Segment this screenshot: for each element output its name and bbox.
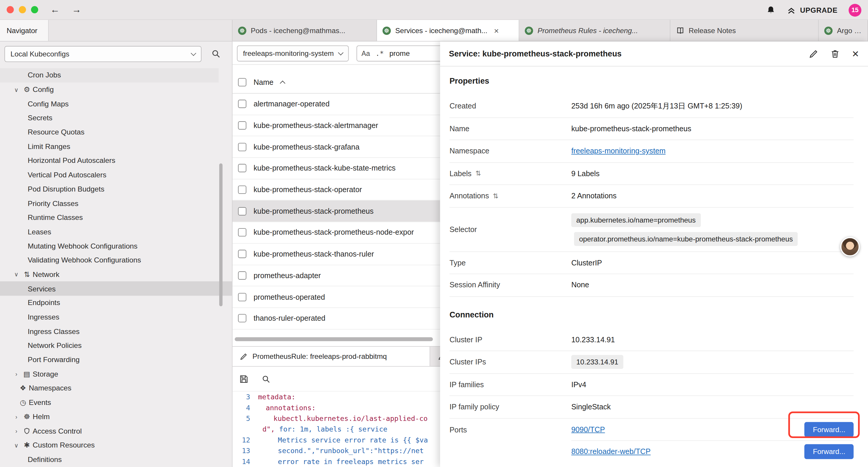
sidebar-item-access-control[interactable]: ›Access Control (0, 424, 232, 438)
editor-tab-prometheusrule[interactable]: PrometheusRule: freeleaps-prod-rabbitmq (232, 347, 430, 366)
table-row[interactable]: prometheus-adapter (232, 265, 440, 286)
kubeconfig-selector[interactable]: Local Kubeconfigs (4, 46, 202, 62)
sidebar-item-resource-quotas[interactable]: Resource Quotas (0, 125, 232, 139)
sidebar-item-endpoints[interactable]: Endpoints (0, 296, 232, 310)
column-header-name[interactable]: Name (253, 78, 273, 86)
sidebar-scrollbar[interactable] (219, 164, 222, 306)
row-checkbox[interactable] (238, 207, 246, 215)
tab-release-notes[interactable]: Release Notes (670, 20, 819, 41)
close-drawer-icon[interactable]: ✕ (852, 49, 859, 59)
sidebar-item-services[interactable]: Services (0, 282, 232, 296)
line-number: 14 (232, 457, 258, 466)
row-checkbox[interactable] (238, 229, 246, 237)
sidebar-item-validating-webhook-configurations[interactable]: Validating Webhook Configurations (0, 253, 232, 267)
row-checkbox[interactable] (238, 250, 246, 258)
table-row[interactable]: kube-prometheus-stack-operator (232, 179, 440, 201)
sidebar-item-vertical-pod-autoscalers[interactable]: Vertical Pod Autoscalers (0, 168, 232, 182)
row-checkbox[interactable] (238, 293, 246, 301)
sidebar-item-mutating-webhook-configurations[interactable]: Mutating Webhook Configurations (0, 239, 232, 253)
property-row-namespace: Namespace freeleaps-monitoring-system (450, 140, 854, 163)
minimize-window-button[interactable] (19, 6, 26, 13)
chevron-down-icon[interactable]: ∨ (11, 442, 21, 448)
yaml-editor[interactable]: 3metadata: 4annotations: 5kubectl.kubern… (232, 391, 440, 467)
sidebar-item-port-forwarding[interactable]: Port Forwarding (0, 353, 232, 367)
sidebar-item-namespaces[interactable]: ❖Namespaces (0, 381, 232, 395)
chevron-down-icon[interactable]: ∨ (11, 86, 21, 92)
sidebar-item-events[interactable]: ◷Events (0, 395, 232, 409)
tab-prometheus-rules[interactable]: ☸ Prometheus Rules - icecheng... (519, 20, 671, 41)
tab-pods[interactable]: ☸ Pods - icecheng@mathmas... (232, 20, 377, 41)
sidebar-item-pod-disruption-budgets[interactable]: Pod Disruption Budgets (0, 182, 232, 196)
table-row[interactable]: kube-prometheus-stack-kube-state-metrics (232, 158, 440, 179)
sidebar-item-config[interactable]: ∨⚙Config (0, 83, 232, 97)
search-icon[interactable] (212, 49, 220, 58)
notification-count-badge[interactable]: 15 (848, 4, 861, 16)
row-checkbox[interactable] (238, 164, 246, 172)
horizontal-scrollbar[interactable] (235, 337, 433, 341)
chevron-right-icon[interactable]: › (11, 413, 21, 420)
chevron-right-icon[interactable]: › (11, 428, 21, 434)
sidebar-item-priority-classes[interactable]: Priority Classes (0, 196, 232, 210)
user-avatar[interactable] (840, 237, 860, 257)
regex-toggle[interactable]: .* (375, 49, 384, 58)
resource-tree: Cron Jobs ∨⚙Config Config Maps Secrets R… (0, 68, 232, 467)
sidebar-item-config-maps[interactable]: Config Maps (0, 97, 232, 111)
table-row[interactable]: thanos-ruler-operated (232, 308, 440, 329)
sidebar-item-horizontal-pod-autoscalers[interactable]: Horizontal Pod Autoscalers (0, 153, 232, 168)
chevron-down-icon[interactable]: ∨ (11, 271, 21, 278)
sidebar-item-ingresses[interactable]: Ingresses (0, 310, 232, 324)
row-checkbox[interactable] (238, 121, 246, 129)
sidebar-item-network[interactable]: ∨⇅Network (0, 267, 232, 282)
row-checkbox[interactable] (238, 100, 246, 108)
namespace-selector[interactable]: freeleaps-monitoring-system (237, 46, 349, 61)
table-row[interactable]: prometheus-operated (232, 286, 440, 308)
sidebar-item-ingress-classes[interactable]: Ingress Classes (0, 324, 232, 339)
tab-services[interactable]: ☸ Services - icecheng@math... × (377, 20, 519, 41)
match-case-toggle[interactable]: Aa (362, 50, 370, 57)
sidebar-item-storage[interactable]: ›▤Storage (0, 367, 232, 381)
expand-toggle-icon[interactable]: ⇅ (493, 192, 498, 200)
upgrade-button[interactable]: UPGRADE (787, 5, 838, 15)
sidebar-item-limit-ranges[interactable]: Limit Ranges (0, 139, 232, 153)
sidebar-item-cron-jobs[interactable]: Cron Jobs (0, 68, 219, 82)
table-row-selected[interactable]: kube-prometheus-stack-prometheus (232, 201, 440, 222)
search-icon[interactable] (262, 375, 270, 383)
sidebar-item-custom-resources[interactable]: ∨✱Custom Resources (0, 438, 232, 452)
sidebar-item-runtime-classes[interactable]: Runtime Classes (0, 210, 232, 225)
table-row[interactable]: kube-prometheus-stack-prometheus-node-ex… (232, 222, 440, 243)
close-tab-icon[interactable]: × (494, 26, 499, 35)
row-checkbox[interactable] (238, 271, 246, 280)
close-window-button[interactable] (6, 6, 13, 13)
row-checkbox[interactable] (238, 185, 246, 194)
port-link-9090[interactable]: 9090/TCP (571, 425, 605, 433)
table-row[interactable]: kube-prometheus-stack-thanos-ruler (232, 243, 440, 265)
port-link-8080-reloader-web[interactable]: 8080:reloader-web/TCP (571, 447, 651, 456)
table-row[interactable]: kube-prometheus-stack-alertmanager (232, 115, 440, 136)
navigator-sidebar: Local Kubeconfigs Cron Jobs ∨⚙Config Con… (0, 42, 232, 467)
expand-toggle-icon[interactable]: ⇅ (475, 170, 481, 177)
edit-pencil-icon[interactable] (809, 49, 818, 59)
sidebar-item-network-policies[interactable]: Network Policies (0, 339, 232, 353)
sidebar-item-helm[interactable]: ›☸Helm (0, 410, 232, 424)
back-arrow-icon[interactable]: ← (51, 5, 60, 14)
delete-trash-icon[interactable] (830, 49, 840, 59)
forward-port-button[interactable]: Forward... (804, 444, 854, 459)
navigator-panel-tab[interactable]: Navigator (0, 20, 49, 41)
row-checkbox[interactable] (238, 143, 246, 151)
sidebar-item-leases[interactable]: Leases (0, 225, 232, 239)
save-icon[interactable] (239, 374, 248, 384)
sort-asc-icon[interactable] (280, 81, 285, 86)
sidebar-item-definitions[interactable]: Definitions (0, 452, 232, 466)
row-checkbox[interactable] (238, 314, 246, 322)
table-row[interactable]: alertmanager-operated (232, 94, 440, 115)
tab-argo[interactable]: ☸ Argo Se (819, 20, 868, 41)
notifications-bell-icon[interactable] (766, 5, 776, 15)
forward-port-button[interactable]: Forward... (804, 422, 854, 437)
maximize-window-button[interactable] (31, 6, 38, 13)
select-all-checkbox[interactable] (238, 78, 246, 86)
sidebar-item-secrets[interactable]: Secrets (0, 111, 232, 125)
table-row[interactable]: kube-prometheus-stack-grafana (232, 137, 440, 158)
namespace-link[interactable]: freeleaps-monitoring-system (571, 147, 665, 155)
forward-arrow-icon[interactable]: → (72, 5, 82, 14)
chevron-right-icon[interactable]: › (11, 371, 21, 377)
